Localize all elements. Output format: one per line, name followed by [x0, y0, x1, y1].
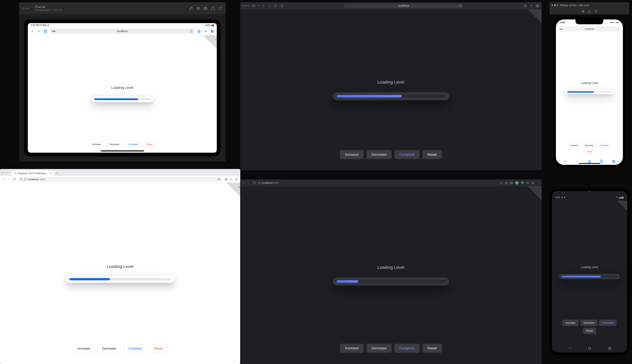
window-controls[interactable] [2, 172, 8, 176]
decrease-button[interactable]: Decrease [580, 320, 598, 326]
forward-icon[interactable] [268, 4, 271, 8]
complete-button[interactable]: Complete [124, 344, 146, 352]
devtools-pin-icon[interactable] [624, 201, 627, 206]
devtools-pin-icon[interactable] [537, 187, 544, 194]
home-indicator[interactable] [579, 163, 600, 164]
complete-button[interactable]: Complete [394, 344, 420, 352]
window-controls[interactable] [552, 4, 558, 6]
increase-button[interactable]: Increase [340, 150, 364, 159]
url-field[interactable]: localhost:3000 [18, 177, 222, 182]
tabs-icon[interactable] [612, 160, 616, 163]
forward-icon[interactable] [37, 30, 41, 33]
share-icon[interactable] [524, 4, 527, 8]
android-recent-icon[interactable] [608, 346, 611, 350]
reset-button[interactable]: Reset [584, 150, 594, 154]
reload-icon[interactable] [459, 4, 462, 7]
download-icon[interactable] [500, 181, 502, 184]
complete-button[interactable]: Complete [598, 143, 611, 148]
decrease-button[interactable]: Decrease [106, 142, 122, 147]
reset-button[interactable]: Reset [583, 328, 596, 334]
new-tab-button[interactable]: + [55, 171, 59, 175]
back-icon[interactable] [242, 181, 245, 184]
increase-button[interactable]: Increase [568, 143, 580, 148]
back-icon[interactable] [2, 178, 5, 181]
tabs-icon[interactable] [210, 30, 214, 33]
home-indicator[interactable] [101, 150, 144, 152]
home-icon[interactable] [588, 10, 591, 13]
key-icon[interactable] [230, 178, 233, 181]
sidebar-icon[interactable] [44, 30, 47, 33]
window-controls[interactable] [22, 8, 29, 9]
window-controls[interactable] [243, 5, 249, 6]
wand-icon[interactable] [189, 6, 193, 10]
browser-tab[interactable]: Progress | GUI Challenges ✕ [12, 170, 54, 176]
forward-icon[interactable] [575, 160, 579, 163]
bookmark-star-icon[interactable] [510, 181, 513, 184]
rotate-icon[interactable] [218, 6, 222, 10]
rotate-icon[interactable] [594, 10, 597, 13]
mic-icon[interactable] [532, 181, 534, 184]
devtools-pin-icon[interactable] [212, 36, 217, 43]
appearance-icon[interactable] [280, 4, 284, 8]
reload-icon[interactable] [253, 181, 256, 184]
decrease-button[interactable]: Decrease [98, 344, 120, 352]
reader-icon[interactable]: AA [560, 28, 563, 30]
reader-icon[interactable]: AA [52, 30, 56, 32]
record-icon[interactable] [196, 6, 200, 10]
bookmarks-icon[interactable] [600, 160, 604, 163]
android-back-icon[interactable] [568, 346, 571, 350]
devtools-pin-icon[interactable] [236, 184, 240, 191]
reset-button[interactable]: Reset [422, 344, 442, 352]
complete-button[interactable]: Complete [125, 142, 141, 147]
reset-button[interactable]: Reset [144, 142, 156, 147]
complete-button[interactable]: Complete [599, 320, 616, 326]
new-tab-icon[interactable] [204, 30, 208, 33]
forward-icon[interactable] [7, 178, 10, 181]
sidebar-icon[interactable] [252, 4, 255, 8]
reload-icon[interactable] [616, 28, 619, 30]
forward-icon[interactable] [248, 181, 250, 184]
new-tab-icon[interactable] [530, 4, 533, 8]
back-icon[interactable] [262, 4, 265, 8]
screenshot-icon[interactable] [204, 6, 208, 10]
share-icon[interactable] [197, 30, 201, 33]
complete-button[interactable]: Complete [394, 150, 420, 159]
settings-icon[interactable] [526, 181, 529, 184]
more-icon[interactable]: ⋮ [537, 181, 540, 184]
paint-icon[interactable] [224, 178, 228, 181]
back-icon[interactable] [563, 160, 567, 163]
decrease-button[interactable]: Decrease [366, 150, 392, 159]
reset-button[interactable]: Reset [150, 344, 167, 352]
android-home-icon[interactable] [588, 346, 591, 350]
back-icon[interactable] [30, 30, 34, 33]
url-field[interactable]: AA localhost [558, 26, 620, 32]
close-tab-icon[interactable]: ✕ [50, 172, 52, 175]
shield-icon[interactable] [274, 4, 277, 8]
share-icon[interactable] [588, 160, 591, 163]
decrease-button[interactable]: Decrease [582, 143, 596, 148]
decrease-button[interactable]: Decrease [366, 344, 392, 352]
dropdown-icon[interactable]: ▾ [258, 5, 259, 7]
increase-button[interactable]: Increase [89, 142, 104, 147]
reload-icon[interactable] [190, 30, 192, 32]
extensions-icon[interactable] [521, 181, 524, 184]
ipad-sim-titlebar[interactable]: iPad Air 4th generation – iOS 14.5 [19, 2, 226, 14]
reset-button[interactable]: Reset [422, 150, 442, 159]
reload-icon[interactable] [13, 178, 16, 181]
increase-button[interactable]: Increase [73, 344, 95, 352]
bookmark-star-icon[interactable] [218, 178, 220, 180]
shield-icon[interactable] [20, 178, 22, 180]
url-field[interactable]: localhost:3000 [258, 181, 376, 184]
screenshot-icon[interactable] [582, 10, 584, 13]
profile-avatar[interactable] [515, 181, 518, 184]
iphone-sim-titlebar[interactable]: iPhone 12 Pro – iOS 14.5 [550, 2, 629, 8]
site-info-icon[interactable] [24, 178, 26, 180]
increase-button[interactable]: Increase [340, 344, 364, 352]
tabs-overview-icon[interactable] [536, 4, 539, 8]
site-info-icon[interactable] [258, 182, 261, 184]
url-field[interactable]: localhost [344, 4, 463, 8]
share-icon[interactable] [505, 181, 508, 184]
url-field[interactable]: AA localhost [50, 28, 194, 34]
home-icon[interactable] [211, 6, 215, 10]
devtools-pin-icon[interactable] [537, 10, 542, 18]
